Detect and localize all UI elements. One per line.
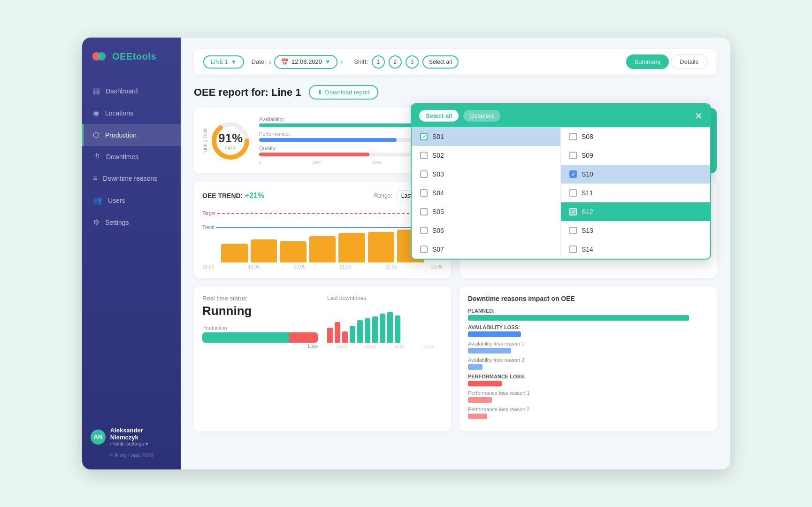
sidebar-item-downtime-reasons[interactable]: ≡ Downtime reasons <box>82 168 181 189</box>
logo-icon <box>91 48 107 65</box>
impact-row-planned: PLANNED: <box>468 308 708 321</box>
next-date-arrow[interactable]: › <box>340 58 343 66</box>
trend-bar <box>280 241 306 262</box>
prev-date-arrow[interactable]: ‹ <box>269 58 271 66</box>
sidebar-item-locations[interactable]: ◉ Locations <box>82 102 181 124</box>
impact-row-avail-1: Availability loss reason 1 <box>468 341 708 353</box>
dt-bar <box>395 315 400 343</box>
last-downtimes-label: Last downtimes <box>327 295 443 301</box>
dropdown-item-s03[interactable]: S03 <box>412 165 560 184</box>
oee-gauge: 91% OEE <box>209 120 252 162</box>
item-label-s09: S09 <box>582 152 593 159</box>
dropdown-item-s04[interactable]: S04 <box>412 184 560 202</box>
dropdown-item-s08[interactable]: S08 <box>561 127 710 146</box>
checkbox-s13[interactable] <box>569 227 577 234</box>
date-value: 12.08.2020 <box>291 58 322 65</box>
shift-1-button[interactable]: 1 <box>372 55 385 69</box>
sidebar-item-downtimes[interactable]: ⏱ Downtimes <box>82 146 181 168</box>
checkbox-s08[interactable] <box>569 133 577 140</box>
impact-title: Downtime reasons impact on OEE <box>468 295 708 302</box>
dropdown-item-s14[interactable]: S14 <box>561 240 710 259</box>
gauge-label: Line 1 Total <box>202 129 207 153</box>
user-info[interactable]: AN Aleksander Niemczyk Profile settings … <box>91 427 172 447</box>
location-icon: ◉ <box>93 108 100 117</box>
dropdown-item-s11[interactable]: S11 <box>561 184 710 202</box>
dropdown-item-s13[interactable]: S13 <box>561 221 710 240</box>
date-picker[interactable]: 📅 12.08.2020 ▼ <box>274 55 337 69</box>
range-label: Range: <box>374 192 392 199</box>
dropdown-item-s10[interactable]: S10 <box>561 165 710 184</box>
line-select[interactable]: LINE 1 ▼ <box>203 55 244 69</box>
tab-summary[interactable]: Summary <box>626 54 669 69</box>
checkbox-s01[interactable] <box>420 133 428 140</box>
dropdown-item-s05[interactable]: S05 <box>412 202 560 221</box>
impact-bar <box>468 364 483 370</box>
item-label-s08: S08 <box>582 133 593 140</box>
sidebar-item-label: Downtimes <box>106 153 138 161</box>
quality-bar <box>259 153 369 156</box>
checkbox-s10[interactable] <box>569 170 577 178</box>
shift-3-button[interactable]: 3 <box>406 55 419 69</box>
dropdown-body: S01 S02 S03 S04 <box>412 127 710 259</box>
prod-bar-green <box>202 332 289 343</box>
item-label-s12: S12 <box>582 208 593 215</box>
logo-text: OEEtools <box>112 51 156 62</box>
checkbox-s02[interactable] <box>420 152 428 159</box>
checkbox-s07[interactable] <box>420 246 428 253</box>
trend-x-labels: 18.0519.0520.0521.0522.0523.05 <box>202 264 443 269</box>
item-label-s05: S05 <box>432 208 444 215</box>
dt-bar <box>365 318 370 343</box>
item-label-s11: S11 <box>582 189 593 197</box>
item-label-s13: S13 <box>582 227 593 234</box>
dropdown-close-button[interactable]: ✕ <box>695 110 703 122</box>
report-header: OEE report for: Line 1 ⬇ Download report <box>194 85 717 100</box>
item-label-s10: S10 <box>582 170 593 178</box>
dropdown-deselect-button[interactable]: Deselect <box>463 110 500 122</box>
checkbox-s12[interactable] <box>569 208 577 215</box>
date-label: Date: <box>252 58 266 65</box>
shift-2-button[interactable]: 2 <box>389 55 402 69</box>
avatar: AN <box>91 430 106 445</box>
checkbox-s03[interactable] <box>420 170 428 178</box>
checkbox-s14[interactable] <box>569 246 577 253</box>
checkbox-s11[interactable] <box>569 189 577 197</box>
sidebar-item-production[interactable]: ⬡ Production <box>82 124 181 146</box>
trend-chart: Target Trend <box>202 206 443 262</box>
sidebar-item-dashboard[interactable]: ▦ Dashboard <box>82 80 181 102</box>
availability-bar <box>259 123 421 127</box>
profile-settings-link[interactable]: Profile settings ▾ <box>110 441 172 447</box>
dropdown-item-s01[interactable]: S01 <box>412 127 560 146</box>
impact-row-avail-2: Availability loss reason 2 <box>468 357 708 370</box>
oee-sub: OEE <box>218 145 243 151</box>
settings-icon: ⚙ <box>93 218 100 227</box>
view-tabs: Summary Details <box>626 54 707 69</box>
dropdown-item-s07[interactable]: S07 <box>412 240 560 259</box>
dropdown-col-right: S08 S09 S10 S11 <box>561 127 710 259</box>
sidebar-item-users[interactable]: 👥 Users <box>82 189 181 211</box>
dropdown-item-s02[interactable]: S02 <box>412 146 560 165</box>
shift-select-dropdown: Select all Deselect ✕ S01 S02 <box>411 103 711 260</box>
checkbox-s06[interactable] <box>420 227 428 234</box>
impact-bar <box>468 414 487 419</box>
sidebar-item-label: Users <box>108 197 125 204</box>
dropdown-item-s12[interactable]: S12 <box>561 202 710 221</box>
download-button[interactable]: ⬇ Download report <box>309 85 378 100</box>
select-all-button[interactable]: Select all <box>422 55 459 69</box>
checkbox-s04[interactable] <box>420 189 428 197</box>
checkbox-s09[interactable] <box>569 152 577 159</box>
dropdown-item-s06[interactable]: S06 <box>412 221 560 240</box>
impact-row-perf-loss: PERFORMANCE LOSS: <box>468 374 708 386</box>
chevron-down-icon: ▼ <box>325 58 331 65</box>
dropdown-select-all-button[interactable]: Select all <box>419 110 459 122</box>
checkbox-s05[interactable] <box>420 208 428 215</box>
sidebar-item-settings[interactable]: ⚙ Settings <box>82 211 181 233</box>
prod-bar-label: Production <box>202 325 318 330</box>
impact-bar <box>468 381 502 386</box>
prod-bar-red <box>289 332 318 343</box>
dt-bar <box>342 331 348 343</box>
dropdown-item-s09[interactable]: S09 <box>561 146 710 165</box>
status-right: Last downtimes <box>327 295 443 349</box>
copyright: © Ruby Logic 2020 <box>91 453 172 458</box>
impact-card: Downtime reasons impact on OEE PLANNED: … <box>460 286 717 431</box>
tab-details[interactable]: Details <box>671 54 707 69</box>
